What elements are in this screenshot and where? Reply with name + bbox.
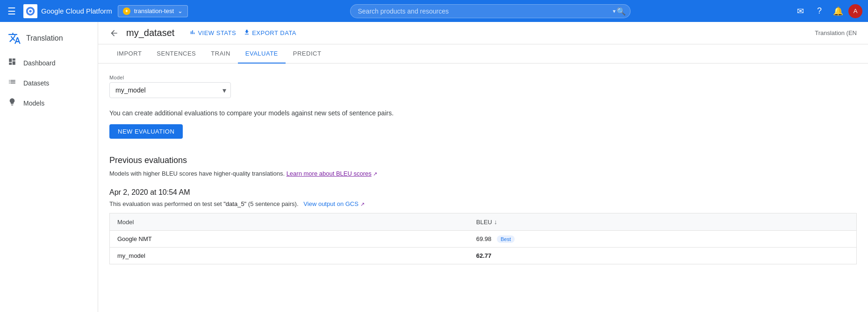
dataset-title: my_dataset: [126, 28, 174, 38]
search-bar: ▾ 🔍: [350, 4, 631, 18]
search-input[interactable]: [350, 4, 631, 18]
new-evaluation-button[interactable]: NEW EVALUATION: [109, 124, 183, 139]
info-text: You can create additional evaluations to…: [109, 109, 857, 117]
right-label: Translation (EN: [815, 29, 857, 36]
sidebar-item-models[interactable]: Models: [0, 93, 94, 113]
evaluation-entry: Apr 2, 2020 at 10:54 AM This evaluation …: [109, 188, 857, 264]
top-nav: ☰ Google Cloud Platform ✦ translation-te…: [0, 0, 868, 22]
app-logo: Google Cloud Platform: [23, 4, 112, 18]
tab-import[interactable]: IMPORT: [109, 44, 149, 64]
dashboard-icon: [7, 57, 17, 68]
sidebar-item-dashboard[interactable]: Dashboard: [0, 53, 94, 73]
view-stats-button[interactable]: VIEW STATS: [189, 29, 236, 37]
back-button[interactable]: [109, 28, 119, 38]
eval-test-suffix: (5 sentence pairs).: [246, 200, 298, 207]
main-layout: Translation Dashboard Datasets Models: [0, 22, 868, 312]
main-content: my_dataset VIEW STATS EXPORT DATA Transl…: [98, 22, 868, 312]
sidebar-item-dashboard-label: Dashboard: [23, 59, 56, 67]
hamburger-icon[interactable]: ☰: [6, 4, 18, 19]
project-name: translation-test: [134, 7, 174, 14]
bleu-learn-more-link[interactable]: Learn more about BLEU scores: [287, 170, 372, 177]
stats-icon: [189, 29, 196, 37]
table-header-model: Model: [110, 213, 469, 231]
translation-icon: [7, 31, 22, 45]
table-cell-model-mymodel: my_model: [110, 248, 469, 264]
table-cell-bleu-google: 69.98 Best: [469, 231, 857, 248]
sidebar-item-models-label: Models: [23, 99, 44, 107]
export-data-label: EXPORT DATA: [252, 29, 296, 36]
content-header: my_dataset VIEW STATS EXPORT DATA Transl…: [98, 22, 868, 44]
table-cell-bleu-mymodel: 62.77: [469, 248, 857, 264]
email-icon[interactable]: ✉: [792, 3, 809, 20]
tab-bar: IMPORT SENTENCES TRAIN EVALUATE PREDICT: [98, 44, 868, 64]
bleu-desc-prefix: Models with higher BLEU scores have high…: [109, 170, 287, 177]
table-row: Google NMT 69.98 Best: [110, 231, 857, 248]
datasets-icon: [7, 78, 17, 88]
evaluate-content: Model my_model ▾ You can create addition…: [98, 64, 868, 312]
eval-test-info: This evaluation was performed on test se…: [109, 200, 857, 207]
view-stats-label: VIEW STATS: [198, 29, 236, 36]
model-select-wrapper: my_model ▾: [109, 82, 231, 98]
project-selector[interactable]: ✦ translation-test ⌄: [118, 5, 188, 17]
eval-test-dataset: "data_5": [223, 200, 246, 207]
model-selector-group: Model my_model ▾: [109, 75, 857, 98]
tab-sentences[interactable]: SENTENCES: [149, 44, 203, 64]
sort-icon: ↓: [494, 218, 497, 226]
notification-icon[interactable]: 🔔: [830, 3, 846, 20]
sidebar-brand-label: Translation: [26, 34, 63, 43]
table-cell-model-google: Google NMT: [110, 231, 469, 248]
table-header-bleu[interactable]: BLEU ↓: [469, 213, 857, 231]
logo-icon: [23, 4, 37, 18]
view-output-gcs-link[interactable]: View output on GCS: [303, 200, 359, 207]
project-chevron-icon: ⌄: [178, 7, 183, 14]
nav-icon-group: ✉ ? 🔔 A: [792, 3, 862, 20]
evaluation-table: Model BLEU ↓: [109, 213, 857, 264]
gcs-external-link-icon: ↗: [360, 201, 365, 207]
tab-train[interactable]: TRAIN: [203, 44, 238, 64]
search-icon: 🔍: [617, 7, 626, 15]
tab-predict[interactable]: PREDICT: [286, 44, 329, 64]
project-icon: ✦: [123, 7, 130, 15]
bleu-description: Models with higher BLEU scores have high…: [109, 170, 857, 177]
search-dropdown-icon[interactable]: ▾: [613, 8, 616, 14]
models-icon: [7, 98, 17, 108]
eval-test-prefix: This evaluation was performed on test se…: [109, 200, 223, 207]
sidebar-item-datasets[interactable]: Datasets: [0, 73, 94, 93]
export-data-button[interactable]: EXPORT DATA: [244, 29, 296, 37]
model-field-label: Model: [109, 75, 857, 80]
help-icon[interactable]: ?: [811, 3, 828, 20]
eval-date: Apr 2, 2020 at 10:54 AM: [109, 188, 857, 197]
external-link-icon: ↗: [373, 171, 377, 177]
best-badge: Best: [497, 235, 515, 243]
sidebar-brand: Translation: [0, 28, 98, 53]
sidebar-item-datasets-label: Datasets: [23, 79, 49, 87]
table-row: my_model 62.77: [110, 248, 857, 264]
export-icon: [244, 29, 250, 37]
sidebar: Translation Dashboard Datasets Models: [0, 22, 98, 312]
avatar[interactable]: A: [848, 4, 862, 18]
table-header-row: Model BLEU ↓: [110, 213, 857, 231]
header-actions: VIEW STATS EXPORT DATA: [189, 29, 296, 37]
model-select[interactable]: my_model: [109, 82, 231, 98]
tab-evaluate[interactable]: EVALUATE: [238, 44, 286, 64]
logo-text: Google Cloud Platform: [41, 7, 112, 15]
previous-evaluations-section: Previous evaluations Models with higher …: [109, 156, 857, 264]
previous-evaluations-title: Previous evaluations: [109, 156, 857, 165]
